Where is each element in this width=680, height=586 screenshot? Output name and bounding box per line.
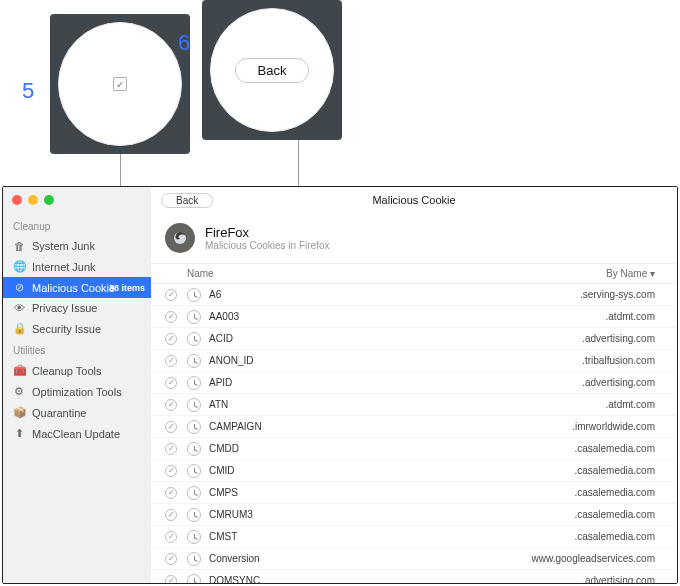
cookie-clock-icon xyxy=(187,332,201,346)
trash-icon: 🗑 xyxy=(13,240,25,252)
list-header: FireFox Malicious Cookies in Firefox xyxy=(151,213,677,263)
window-controls xyxy=(3,187,151,215)
row-checkbox[interactable]: ✓ xyxy=(165,333,177,345)
row-checkbox[interactable]: ✓ xyxy=(165,575,177,584)
sidebar-item-macclean-update[interactable]: ⬆MacClean Update xyxy=(3,423,151,444)
row-domain: www.googleadservices.com xyxy=(532,553,655,564)
row-checkbox[interactable]: ✓ xyxy=(165,443,177,455)
sidebar-item-internet-junk[interactable]: 🌐Internet Junk xyxy=(3,256,151,277)
annotation-number: 5 xyxy=(22,78,34,104)
row-checkbox[interactable]: ✓ xyxy=(165,487,177,499)
cookie-clock-icon xyxy=(187,376,201,390)
table-row[interactable]: ✓CMRUM3.casalemedia.com xyxy=(151,504,677,526)
close-icon[interactable] xyxy=(12,195,22,205)
row-name: APID xyxy=(209,377,582,388)
annotation-circle: Back xyxy=(210,8,334,132)
col-byname[interactable]: By Name ▾ xyxy=(606,268,655,279)
sidebar-item-label: Privacy Issue xyxy=(32,302,97,314)
sidebar-section-label: Cleanup xyxy=(3,215,151,236)
row-checkbox[interactable]: ✓ xyxy=(165,421,177,433)
sidebar-item-malicious-cookie[interactable]: ⊘Malicious Cookie38 items xyxy=(3,277,151,298)
row-name: CAMPAIGN xyxy=(209,421,572,432)
row-name: AA003 xyxy=(209,311,606,322)
row-name: DOMSYNC xyxy=(209,575,582,583)
row-checkbox[interactable]: ✓ xyxy=(165,289,177,301)
cookie-clock-icon xyxy=(187,486,201,500)
page-title: Malicious Cookie xyxy=(151,194,677,206)
sidebar-item-label: Security Issue xyxy=(32,323,101,335)
firefox-icon xyxy=(165,223,195,253)
row-checkbox[interactable]: ✓ xyxy=(165,531,177,543)
table-row[interactable]: ✓CMST.casalemedia.com xyxy=(151,526,677,548)
row-domain: .serving-sys.com xyxy=(580,289,655,300)
cookie-clock-icon xyxy=(187,398,201,412)
eye-icon: 👁 xyxy=(13,302,25,314)
row-checkbox[interactable]: ✓ xyxy=(165,553,177,565)
globe-icon: 🌐 xyxy=(13,260,25,273)
cookie-clock-icon xyxy=(187,442,201,456)
row-domain: .atdmt.com xyxy=(606,399,655,410)
table-row[interactable]: ✓CMDD.casalemedia.com xyxy=(151,438,677,460)
maximize-icon[interactable] xyxy=(44,195,54,205)
row-domain: .casalemedia.com xyxy=(574,443,655,454)
row-name: CMPS xyxy=(209,487,574,498)
cookie-clock-icon xyxy=(187,464,201,478)
sidebar-item-system-junk[interactable]: 🗑System Junk xyxy=(3,236,151,256)
table-row[interactable]: ✓ACID.advertising.com xyxy=(151,328,677,350)
row-checkbox[interactable]: ✓ xyxy=(165,355,177,367)
cookie-clock-icon xyxy=(187,574,201,584)
row-name: ANON_ID xyxy=(209,355,582,366)
cookie-clock-icon xyxy=(187,288,201,302)
sidebar-item-label: Optimization Tools xyxy=(32,386,122,398)
row-checkbox[interactable]: ✓ xyxy=(165,311,177,323)
sidebar-item-label: Internet Junk xyxy=(32,261,96,273)
row-name: ATN xyxy=(209,399,606,410)
row-name: ACID xyxy=(209,333,582,344)
sidebar-item-label: Malicious Cookie xyxy=(32,282,115,294)
toolbar: Back Malicious Cookie xyxy=(151,187,677,213)
sidebar-item-badge: 38 items xyxy=(109,283,145,293)
minimize-icon[interactable] xyxy=(28,195,38,205)
cookie-clock-icon xyxy=(187,310,201,324)
sidebar-item-cleanup-tools[interactable]: 🧰Cleanup Tools xyxy=(3,360,151,381)
row-domain: .advertising.com xyxy=(582,333,655,344)
table-row[interactable]: ✓CAMPAIGN.imrworldwide.com xyxy=(151,416,677,438)
table-row[interactable]: ✓Conversionwww.googleadservices.com xyxy=(151,548,677,570)
sidebar-item-label: System Junk xyxy=(32,240,95,252)
row-checkbox[interactable]: ✓ xyxy=(165,377,177,389)
row-checkbox[interactable]: ✓ xyxy=(165,465,177,477)
table-row[interactable]: ✓DOMSYNC.advertising.com xyxy=(151,570,677,583)
table-row[interactable]: ✓CMPS.casalemedia.com xyxy=(151,482,677,504)
row-name: CMDD xyxy=(209,443,574,454)
row-name: CMRUM3 xyxy=(209,509,574,520)
col-name[interactable]: Name xyxy=(187,268,606,279)
row-name: A6 xyxy=(209,289,580,300)
gear-icon: ⚙ xyxy=(13,385,25,398)
table-row[interactable]: ✓ATN.atdmt.com xyxy=(151,394,677,416)
table-row[interactable]: ✓AA003.atdmt.com xyxy=(151,306,677,328)
row-domain: .advertising.com xyxy=(582,575,655,583)
main-panel: Back Malicious Cookie FireFox Malicious … xyxy=(151,187,677,583)
sidebar-item-label: MacClean Update xyxy=(32,428,120,440)
sidebar-item-privacy-issue[interactable]: 👁Privacy Issue xyxy=(3,298,151,318)
row-name: CMID xyxy=(209,465,574,476)
row-domain: .casalemedia.com xyxy=(574,465,655,476)
table-header: Name By Name ▾ xyxy=(151,263,677,284)
cookie-clock-icon xyxy=(187,552,201,566)
toolbox-icon: 🧰 xyxy=(13,364,25,377)
app-window: Cleanup🗑System Junk🌐Internet Junk⊘Malici… xyxy=(2,186,678,584)
table-row[interactable]: ✓CMID.casalemedia.com xyxy=(151,460,677,482)
table-row[interactable]: ✓A6.serving-sys.com xyxy=(151,284,677,306)
table-row[interactable]: ✓ANON_ID.tribalfusion.com xyxy=(151,350,677,372)
lock-icon: 🔒 xyxy=(13,322,25,335)
sidebar-item-quarantine[interactable]: 📦Quarantine xyxy=(3,402,151,423)
table-row[interactable]: ✓APID.advertising.com xyxy=(151,372,677,394)
row-checkbox[interactable]: ✓ xyxy=(165,509,177,521)
annotation-back-callout: 6 Back xyxy=(202,0,342,140)
sidebar-item-optimization-tools[interactable]: ⚙Optimization Tools xyxy=(3,381,151,402)
back-button[interactable]: Back xyxy=(161,193,213,208)
list-app-name: FireFox xyxy=(205,225,330,240)
sidebar-item-security-issue[interactable]: 🔒Security Issue xyxy=(3,318,151,339)
cookie-clock-icon xyxy=(187,508,201,522)
row-checkbox[interactable]: ✓ xyxy=(165,399,177,411)
